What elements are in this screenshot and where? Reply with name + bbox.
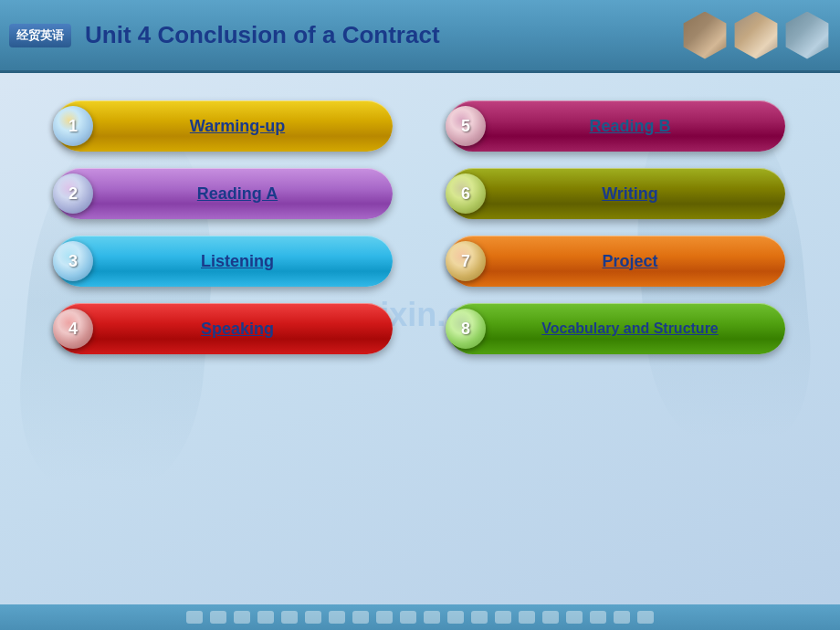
warmup-button[interactable]: 1 Warming-up xyxy=(55,100,393,152)
reading-b-button[interactable]: 5 Reading B xyxy=(447,100,785,152)
hex-icon-city xyxy=(783,12,831,59)
footer xyxy=(0,604,840,630)
footer-dot xyxy=(400,611,416,624)
footer-dot xyxy=(542,611,559,624)
hex-icon-tower xyxy=(732,12,780,59)
warmup-label: Warming-up xyxy=(55,117,393,136)
listening-button[interactable]: 3 Listening xyxy=(55,236,393,287)
listening-number: 3 xyxy=(53,241,93,281)
reading-a-label: Reading A xyxy=(55,184,393,204)
speaking-number: 4 xyxy=(53,309,93,349)
footer-dot xyxy=(614,611,630,624)
writing-number: 6 xyxy=(446,173,486,214)
reading-b-number: 5 xyxy=(446,106,486,146)
footer-dot xyxy=(376,611,393,624)
reading-a-button[interactable]: 2 Reading A xyxy=(55,168,393,219)
writing-button[interactable]: 6 Writing xyxy=(447,168,785,219)
warmup-number: 1 xyxy=(53,106,93,146)
vocabulary-label: Vocabulary and Structure xyxy=(447,320,785,337)
footer-dot xyxy=(281,611,298,624)
listening-label: Listening xyxy=(55,252,393,271)
footer-dot xyxy=(257,611,274,624)
vocabulary-button[interactable]: 8 Vocabulary and Structure xyxy=(447,303,785,354)
project-label: Project xyxy=(447,252,785,271)
footer-dot xyxy=(186,611,203,624)
footer-dot xyxy=(210,611,226,624)
footer-dot xyxy=(234,611,250,624)
footer-dot xyxy=(637,611,654,624)
footer-dot xyxy=(519,611,535,624)
reading-b-label: Reading B xyxy=(447,117,785,136)
writing-label: Writing xyxy=(447,184,785,204)
project-number: 7 xyxy=(446,241,486,281)
main-content: 1 Warming-up 2 Reading A 3 Listening 4 S… xyxy=(0,73,840,382)
speaking-button[interactable]: 4 Speaking xyxy=(55,303,393,354)
footer-dot xyxy=(352,611,369,624)
footer-dot xyxy=(471,611,488,624)
left-column: 1 Warming-up 2 Reading A 3 Listening 4 S… xyxy=(55,100,393,354)
project-button[interactable]: 7 Project xyxy=(447,236,785,287)
header-label: 经贸英语 xyxy=(9,24,71,47)
reading-a-number: 2 xyxy=(53,173,93,214)
vocabulary-number: 8 xyxy=(446,309,486,349)
header: 经贸英语 Unit 4 Conclusion of a Contract xyxy=(0,0,840,73)
footer-dot xyxy=(566,611,583,624)
speaking-label: Speaking xyxy=(55,320,393,339)
footer-dot xyxy=(495,611,511,624)
footer-dot xyxy=(590,611,606,624)
footer-dot xyxy=(305,611,321,624)
hex-icon-church xyxy=(681,12,729,59)
footer-dot xyxy=(447,611,464,624)
footer-dot xyxy=(329,611,345,624)
header-icons xyxy=(681,12,831,59)
header-title: Unit 4 Conclusion of a Contract xyxy=(85,21,681,49)
footer-dot xyxy=(424,611,440,624)
right-column: 5 Reading B 6 Writing 7 Project 8 Vocabu… xyxy=(447,100,785,354)
